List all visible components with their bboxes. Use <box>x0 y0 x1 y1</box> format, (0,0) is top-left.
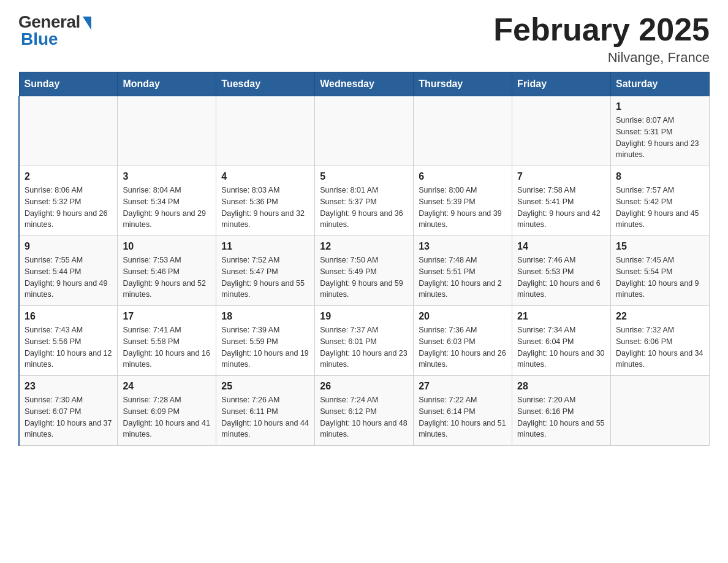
day-info: Sunrise: 7:37 AMSunset: 6:01 PMDaylight:… <box>320 324 408 370</box>
calendar-week-row: 23Sunrise: 7:30 AMSunset: 6:07 PMDayligh… <box>19 376 710 446</box>
column-header-tuesday: Tuesday <box>216 72 315 96</box>
day-number: 25 <box>221 381 309 392</box>
calendar-cell: 21Sunrise: 7:34 AMSunset: 6:04 PMDayligh… <box>512 306 611 376</box>
logo-blue-text: Blue <box>21 29 58 49</box>
calendar-cell: 5Sunrise: 8:01 AMSunset: 5:37 PMDaylight… <box>315 166 414 236</box>
day-info: Sunrise: 8:06 AMSunset: 5:32 PMDaylight:… <box>25 185 112 231</box>
day-info: Sunrise: 7:57 AMSunset: 5:42 PMDaylight:… <box>616 185 704 231</box>
calendar-cell: 9Sunrise: 7:55 AMSunset: 5:44 PMDaylight… <box>19 236 118 306</box>
calendar-cell: 2Sunrise: 8:06 AMSunset: 5:32 PMDaylight… <box>19 166 118 236</box>
day-info: Sunrise: 7:22 AMSunset: 6:14 PMDaylight:… <box>419 394 507 440</box>
day-info: Sunrise: 7:52 AMSunset: 5:47 PMDaylight:… <box>221 255 309 301</box>
month-title: February 2025 <box>493 12 710 47</box>
day-info: Sunrise: 7:45 AMSunset: 5:54 PMDaylight:… <box>616 255 704 301</box>
column-header-friday: Friday <box>512 72 611 96</box>
day-info: Sunrise: 7:20 AMSunset: 6:16 PMDaylight:… <box>517 394 605 440</box>
calendar-cell: 3Sunrise: 8:04 AMSunset: 5:34 PMDaylight… <box>118 166 216 236</box>
day-number: 19 <box>320 311 408 322</box>
day-info: Sunrise: 8:00 AMSunset: 5:39 PMDaylight:… <box>419 185 507 231</box>
day-number: 6 <box>419 171 507 182</box>
day-info: Sunrise: 8:07 AMSunset: 5:31 PMDaylight:… <box>616 115 704 161</box>
day-number: 21 <box>517 311 605 322</box>
day-number: 4 <box>221 171 309 182</box>
calendar-cell <box>315 96 414 166</box>
calendar-cell: 25Sunrise: 7:26 AMSunset: 6:11 PMDayligh… <box>216 376 315 446</box>
logo: General Blue <box>18 12 91 49</box>
day-number: 17 <box>123 311 211 322</box>
calendar-week-row: 1Sunrise: 8:07 AMSunset: 5:31 PMDaylight… <box>19 96 710 166</box>
calendar-cell: 18Sunrise: 7:39 AMSunset: 5:59 PMDayligh… <box>216 306 315 376</box>
calendar-cell: 15Sunrise: 7:45 AMSunset: 5:54 PMDayligh… <box>611 236 710 306</box>
day-number: 10 <box>123 241 211 252</box>
day-number: 8 <box>616 171 704 182</box>
calendar-header-row: SundayMondayTuesdayWednesdayThursdayFrid… <box>19 72 710 96</box>
day-number: 3 <box>123 171 211 182</box>
day-number: 7 <box>517 171 605 182</box>
day-number: 1 <box>616 101 704 112</box>
day-info: Sunrise: 7:55 AMSunset: 5:44 PMDaylight:… <box>25 255 112 301</box>
day-info: Sunrise: 7:46 AMSunset: 5:53 PMDaylight:… <box>517 255 605 301</box>
day-info: Sunrise: 7:39 AMSunset: 5:59 PMDaylight:… <box>221 324 309 370</box>
day-number: 20 <box>419 311 507 322</box>
day-number: 5 <box>320 171 408 182</box>
day-info: Sunrise: 7:53 AMSunset: 5:46 PMDaylight:… <box>123 255 211 301</box>
calendar-cell: 1Sunrise: 8:07 AMSunset: 5:31 PMDaylight… <box>611 96 710 166</box>
column-header-sunday: Sunday <box>19 72 118 96</box>
calendar-cell: 14Sunrise: 7:46 AMSunset: 5:53 PMDayligh… <box>512 236 611 306</box>
day-info: Sunrise: 8:01 AMSunset: 5:37 PMDaylight:… <box>320 185 408 231</box>
calendar-cell <box>611 376 710 446</box>
day-info: Sunrise: 7:58 AMSunset: 5:41 PMDaylight:… <box>517 185 605 231</box>
calendar-week-row: 9Sunrise: 7:55 AMSunset: 5:44 PMDaylight… <box>19 236 710 306</box>
calendar-cell: 17Sunrise: 7:41 AMSunset: 5:58 PMDayligh… <box>118 306 216 376</box>
column-header-wednesday: Wednesday <box>315 72 414 96</box>
day-info: Sunrise: 8:03 AMSunset: 5:36 PMDaylight:… <box>221 185 309 231</box>
day-number: 14 <box>517 241 605 252</box>
calendar-cell: 6Sunrise: 8:00 AMSunset: 5:39 PMDaylight… <box>414 166 512 236</box>
calendar-cell: 26Sunrise: 7:24 AMSunset: 6:12 PMDayligh… <box>315 376 414 446</box>
day-number: 28 <box>517 381 605 392</box>
calendar-cell: 27Sunrise: 7:22 AMSunset: 6:14 PMDayligh… <box>414 376 512 446</box>
column-header-monday: Monday <box>118 72 216 96</box>
calendar-cell <box>414 96 512 166</box>
day-number: 11 <box>221 241 309 252</box>
day-number: 18 <box>221 311 309 322</box>
calendar-cell: 13Sunrise: 7:48 AMSunset: 5:51 PMDayligh… <box>414 236 512 306</box>
day-number: 16 <box>25 311 112 322</box>
day-info: Sunrise: 7:26 AMSunset: 6:11 PMDaylight:… <box>221 394 309 440</box>
day-info: Sunrise: 7:24 AMSunset: 6:12 PMDaylight:… <box>320 394 408 440</box>
title-block: February 2025 Nilvange, France <box>493 12 710 66</box>
day-info: Sunrise: 7:28 AMSunset: 6:09 PMDaylight:… <box>123 394 211 440</box>
day-info: Sunrise: 7:30 AMSunset: 6:07 PMDaylight:… <box>25 394 112 440</box>
day-info: Sunrise: 7:41 AMSunset: 5:58 PMDaylight:… <box>123 324 211 370</box>
day-number: 22 <box>616 311 704 322</box>
calendar-cell: 10Sunrise: 7:53 AMSunset: 5:46 PMDayligh… <box>118 236 216 306</box>
calendar-cell: 22Sunrise: 7:32 AMSunset: 6:06 PMDayligh… <box>611 306 710 376</box>
calendar-week-row: 16Sunrise: 7:43 AMSunset: 5:56 PMDayligh… <box>19 306 710 376</box>
calendar-cell: 16Sunrise: 7:43 AMSunset: 5:56 PMDayligh… <box>19 306 118 376</box>
day-number: 2 <box>25 171 112 182</box>
day-info: Sunrise: 7:48 AMSunset: 5:51 PMDaylight:… <box>419 255 507 301</box>
calendar-table: SundayMondayTuesdayWednesdayThursdayFrid… <box>18 72 710 446</box>
calendar-cell: 12Sunrise: 7:50 AMSunset: 5:49 PMDayligh… <box>315 236 414 306</box>
calendar-cell <box>512 96 611 166</box>
logo-arrow-icon <box>83 17 91 30</box>
column-header-saturday: Saturday <box>611 72 710 96</box>
day-number: 12 <box>320 241 408 252</box>
calendar-cell: 20Sunrise: 7:36 AMSunset: 6:03 PMDayligh… <box>414 306 512 376</box>
day-info: Sunrise: 8:04 AMSunset: 5:34 PMDaylight:… <box>123 185 211 231</box>
calendar-cell: 4Sunrise: 8:03 AMSunset: 5:36 PMDaylight… <box>216 166 315 236</box>
day-info: Sunrise: 7:50 AMSunset: 5:49 PMDaylight:… <box>320 255 408 301</box>
calendar-cell: 7Sunrise: 7:58 AMSunset: 5:41 PMDaylight… <box>512 166 611 236</box>
calendar-cell: 28Sunrise: 7:20 AMSunset: 6:16 PMDayligh… <box>512 376 611 446</box>
day-info: Sunrise: 7:32 AMSunset: 6:06 PMDaylight:… <box>616 324 704 370</box>
calendar-cell <box>118 96 216 166</box>
day-number: 23 <box>25 381 112 392</box>
day-number: 26 <box>320 381 408 392</box>
day-info: Sunrise: 7:34 AMSunset: 6:04 PMDaylight:… <box>517 324 605 370</box>
location-text: Nilvange, France <box>493 50 710 66</box>
calendar-cell <box>19 96 118 166</box>
day-number: 27 <box>419 381 507 392</box>
day-number: 15 <box>616 241 704 252</box>
column-header-thursday: Thursday <box>414 72 512 96</box>
day-info: Sunrise: 7:43 AMSunset: 5:56 PMDaylight:… <box>25 324 112 370</box>
